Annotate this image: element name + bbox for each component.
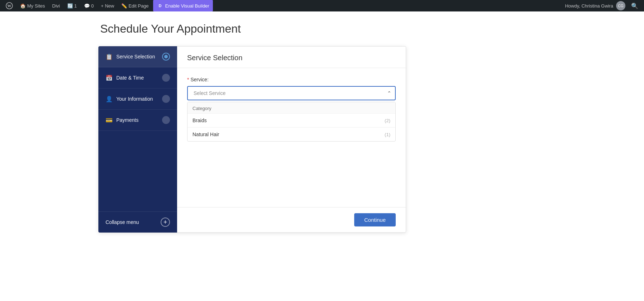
date-time-label: Date & Time (116, 75, 158, 81)
dropdown-item-braids-label: Braids (192, 118, 207, 123)
service-selection-icon: 📋 (106, 53, 113, 60)
new-item[interactable]: + New (98, 0, 117, 11)
sidebar-item-payments[interactable]: 💳 Payments (98, 110, 177, 131)
collapse-label: Collapse menu (106, 219, 139, 225)
comments-item[interactable]: 💬 0 (81, 0, 97, 11)
avatar: CG (616, 1, 625, 10)
required-indicator: * (187, 77, 189, 82)
booking-widget: 📋 Service Selection 📅 Date & Time 👤 Your… (98, 46, 406, 233)
sidebar-nav: 📋 Service Selection 📅 Date & Time 👤 Your… (98, 46, 177, 211)
booking-sidebar: 📋 Service Selection 📅 Date & Time 👤 Your… (98, 46, 177, 233)
continue-button[interactable]: Continue (354, 213, 396, 226)
sidebar-item-service-selection[interactable]: 📋 Service Selection (98, 46, 177, 67)
updates-icon: 🔄 (67, 3, 73, 9)
divi-circle-icon: D (157, 2, 164, 9)
comments-count: 0 (91, 3, 94, 9)
dropdown-item-natural-hair-count: (1) (385, 132, 390, 137)
payments-label: Payments (116, 117, 158, 123)
service-dropdown-list: Category Braids (2) Natural Hair (1) (187, 102, 396, 142)
step-indicator-payments (162, 116, 170, 124)
step-indicator-service (162, 53, 170, 61)
service-selection-label: Service Selection (116, 54, 158, 59)
my-sites-item[interactable]: 🏠 My Sites (17, 0, 48, 11)
date-time-icon: 📅 (106, 75, 113, 81)
divi-label: Divi (52, 3, 60, 9)
step-indicator-date (162, 74, 170, 82)
page-content: Schedule Your Appointment 📋 Service Sele… (0, 11, 644, 301)
edit-page-label: Edit Page (128, 3, 148, 9)
edit-page-item[interactable]: ✏️ Edit Page (118, 0, 151, 11)
page-title: Schedule Your Appointment (100, 22, 644, 35)
enable-visual-builder-btn[interactable]: D Enable Visual Builder (153, 0, 213, 11)
booking-footer: Continue (177, 207, 406, 232)
booking-main-body: * Service: Select Service ⌃ Category Bra… (177, 68, 406, 207)
dropdown-item-braids-count: (2) (385, 118, 390, 123)
dropdown-category-header: Category (187, 102, 395, 113)
booking-main: Service Selection * Service: Select Serv… (177, 46, 406, 233)
your-information-label: Your Information (116, 96, 158, 102)
dropdown-item-natural-hair[interactable]: Natural Hair (1) (187, 127, 395, 141)
booking-section-title: Service Selection (187, 54, 396, 62)
divi-item[interactable]: Divi (49, 0, 63, 11)
updates-item[interactable]: 🔄 1 (64, 0, 80, 11)
updates-count: 1 (74, 3, 77, 9)
select-placeholder: Select Service (194, 90, 225, 96)
search-icon[interactable]: 🔍 (628, 3, 641, 9)
collapse-icon: + (161, 218, 170, 227)
dropdown-item-braids[interactable]: Braids (2) (187, 113, 395, 127)
admin-bar: W 🏠 My Sites Divi 🔄 1 💬 0 + New ✏️ Edit … (0, 0, 644, 11)
my-sites-label: My Sites (27, 3, 45, 9)
new-label: + New (101, 3, 114, 9)
howdy-text: Howdy, Christina Gwira (565, 3, 613, 9)
sidebar-item-your-information[interactable]: 👤 Your Information (98, 89, 177, 110)
svg-text:W: W (8, 4, 11, 8)
collapse-menu-btn[interactable]: Collapse menu + (98, 211, 177, 233)
your-information-icon: 👤 (106, 96, 113, 102)
service-field-label: * Service: (187, 77, 396, 82)
booking-main-header: Service Selection (177, 47, 406, 68)
service-select[interactable]: Select Service (187, 86, 396, 100)
service-label-text: Service: (190, 77, 209, 82)
step-indicator-info (162, 95, 170, 103)
edit-icon: ✏️ (121, 3, 127, 9)
comments-icon: 💬 (84, 3, 90, 9)
my-sites-icon: 🏠 (20, 3, 26, 9)
wp-logo-item[interactable]: W (3, 0, 16, 11)
enable-visual-builder-label: Enable Visual Builder (165, 3, 209, 9)
sidebar-item-date-time[interactable]: 📅 Date & Time (98, 67, 177, 89)
payments-icon: 💳 (106, 117, 113, 124)
service-select-wrapper: Select Service ⌃ (187, 86, 396, 100)
dropdown-item-natural-hair-label: Natural Hair (192, 132, 219, 137)
